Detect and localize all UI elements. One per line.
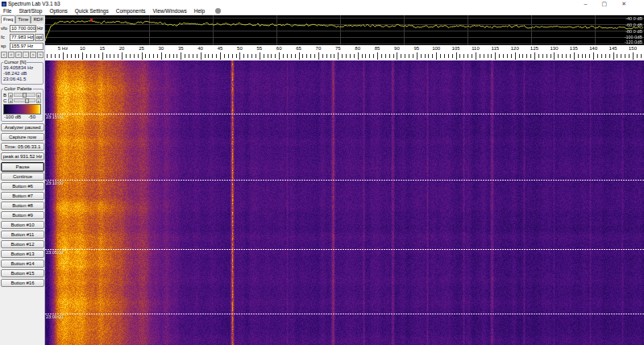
menu-file[interactable]: File bbox=[3, 8, 11, 14]
peak-display-button[interactable]: peak at 931.52 Hz bbox=[1, 152, 44, 160]
maximize-button[interactable]: ▢ bbox=[602, 1, 608, 7]
palette-max-label: -50 bbox=[28, 114, 35, 119]
button-16[interactable]: Button #16 bbox=[1, 279, 44, 287]
waterfall-display: 23:15:0023:10:0023:05:0023:00:00 bbox=[45, 60, 644, 345]
title-bar: Spectrum Lab V3.1 b3 – ▢ ✕ bbox=[0, 0, 644, 7]
button-13[interactable]: Button #13 bbox=[1, 250, 44, 258]
ruler-label: 60 bbox=[276, 46, 282, 51]
ruler-label: 25 bbox=[139, 46, 144, 51]
waterfall-time-label: 23:10:00 bbox=[46, 181, 63, 185]
ruler-label: 95 bbox=[413, 46, 419, 51]
button-9[interactable]: Button #9 bbox=[1, 211, 44, 219]
ruler-label: 15 bbox=[99, 46, 105, 51]
analyzer-paused-button[interactable]: Analyzer paused bbox=[1, 123, 44, 131]
status-indicator-icon bbox=[215, 8, 221, 14]
waterfall-time-label: 23:15:00 bbox=[46, 114, 63, 119]
ruler-label: 90 bbox=[394, 46, 400, 51]
button-7[interactable]: Button #7 bbox=[1, 192, 44, 200]
brightness-right-arrow-icon[interactable]: ▸ bbox=[36, 93, 41, 98]
nudge-left-button[interactable]: < bbox=[15, 52, 22, 58]
cursor-time-value: 23:06:41.5 bbox=[3, 77, 41, 82]
waterfall-canvas[interactable] bbox=[45, 60, 644, 345]
ruler-label: 100 bbox=[432, 46, 440, 51]
contrast-label: C bbox=[3, 98, 7, 103]
tab-rdf[interactable]: RDF bbox=[31, 15, 45, 23]
brightness-slider-thumb[interactable] bbox=[23, 93, 27, 98]
palette-scale: -100 dB -50 bbox=[3, 114, 41, 119]
menu-components[interactable]: Components bbox=[116, 8, 146, 14]
menu-bar: File Start/Stop Options Quick Settings C… bbox=[0, 7, 644, 15]
display-area: -40.0 dB -60.0 dB -80.0 dB -100.0dB -120… bbox=[45, 15, 644, 345]
ruler-label: 140 bbox=[589, 46, 597, 51]
ruler-label: 20 bbox=[119, 46, 125, 51]
button-14[interactable]: Button #14 bbox=[1, 260, 44, 268]
sp-label: sp bbox=[1, 44, 9, 48]
close-button[interactable]: ✕ bbox=[621, 1, 626, 7]
fc-options-button[interactable]: opt bbox=[35, 34, 44, 41]
tab-time[interactable]: Time bbox=[15, 15, 31, 23]
contrast-slider[interactable] bbox=[14, 98, 35, 102]
contrast-slider-row: C ◂ ▸ bbox=[3, 98, 41, 103]
capture-now-button[interactable]: Capture now bbox=[1, 133, 44, 141]
nudge-right-button[interactable]: > bbox=[37, 52, 44, 58]
control-sidebar: Freq Time RDF vfo 10 700 000 Hz fc 77.98… bbox=[0, 15, 45, 345]
brightness-label: B bbox=[3, 93, 7, 98]
sp-input[interactable]: 155.97 Hz bbox=[10, 43, 44, 50]
vfo-label: vfo bbox=[1, 26, 9, 31]
tab-freq[interactable]: Freq bbox=[1, 15, 15, 23]
menu-start-stop[interactable]: Start/Stop bbox=[19, 8, 42, 14]
nudge-right-button[interactable]: > bbox=[30, 52, 36, 58]
button-8[interactable]: Button #8 bbox=[1, 202, 44, 210]
menu-help[interactable]: Help bbox=[194, 8, 205, 14]
ruler-label: 50 bbox=[237, 46, 243, 51]
waterfall-time-label: 23:05:00 bbox=[46, 250, 63, 255]
ruler-label: 35 bbox=[178, 46, 184, 51]
minimize-button[interactable]: – bbox=[584, 1, 588, 7]
contrast-slider-thumb[interactable] bbox=[25, 98, 29, 103]
button-15[interactable]: Button #15 bbox=[1, 269, 44, 277]
brightness-left-arrow-icon[interactable]: ◂ bbox=[8, 93, 13, 98]
nudge-left-button[interactable]: < bbox=[1, 52, 7, 58]
fc-input[interactable]: 77.983 Hz bbox=[10, 34, 34, 41]
continue-button[interactable]: Continue bbox=[1, 172, 44, 181]
waterfall-time-label: 23:00:00 bbox=[46, 314, 63, 319]
time-display-button[interactable]: Time: 05:06:33.1 bbox=[1, 143, 44, 151]
ruler-label: 75 bbox=[335, 46, 341, 51]
app-icon bbox=[2, 2, 6, 6]
contrast-right-arrow-icon[interactable]: ▸ bbox=[36, 98, 41, 103]
window-controls: – ▢ ✕ bbox=[584, 1, 644, 7]
button-10[interactable]: Button #10 bbox=[1, 221, 44, 229]
button-6[interactable]: Button #6 bbox=[1, 182, 44, 190]
ruler-label: 5 Hz bbox=[58, 46, 68, 51]
db-axis-label: -40.0 dB bbox=[625, 16, 642, 21]
ruler-label: 115 bbox=[492, 46, 500, 51]
pause-button[interactable]: Pause bbox=[1, 162, 44, 172]
db-axis-label: -80.0 dB bbox=[625, 29, 642, 34]
ruler-label: 80 bbox=[355, 46, 360, 51]
ruler-label: 120 bbox=[511, 46, 519, 51]
ruler-label: 10 bbox=[80, 46, 85, 51]
contrast-left-arrow-icon[interactable]: ◂ bbox=[8, 98, 13, 103]
palette-min-label: -100 dB bbox=[4, 114, 21, 119]
vfo-unit-label: Hz bbox=[37, 26, 44, 31]
ruler-label: 85 bbox=[375, 46, 380, 51]
spectrum-graph: -40.0 dB -60.0 dB -80.0 dB -100.0dB -120… bbox=[45, 15, 644, 45]
ruler-label: 70 bbox=[316, 46, 322, 51]
menu-options[interactable]: Options bbox=[49, 8, 67, 14]
cursor-panel-title: Cursor [N] bbox=[3, 60, 27, 64]
nudge-center-button[interactable]: - bbox=[23, 52, 29, 58]
fc-row: fc 77.983 Hz opt bbox=[1, 33, 44, 41]
frequency-ruler[interactable]: 5 Hz101520253035404550556065707580859095… bbox=[45, 45, 644, 60]
db-axis-label: -120.0dB bbox=[625, 39, 642, 44]
ruler-label: 135 bbox=[570, 46, 578, 51]
menu-quick-settings[interactable]: Quick Settings bbox=[75, 8, 109, 14]
nudge-left-button[interactable]: < bbox=[8, 52, 15, 58]
spectrum-plot-canvas[interactable] bbox=[45, 15, 644, 45]
button-11[interactable]: Button #11 bbox=[1, 231, 44, 239]
brightness-slider[interactable] bbox=[14, 93, 35, 97]
fc-label: fc bbox=[1, 35, 9, 39]
menu-view-windows[interactable]: View/Windows bbox=[153, 8, 187, 14]
vfo-input[interactable]: 10 700 000 bbox=[10, 25, 36, 32]
ruler-ticks-canvas bbox=[45, 52, 644, 60]
button-12[interactable]: Button #12 bbox=[1, 240, 44, 248]
